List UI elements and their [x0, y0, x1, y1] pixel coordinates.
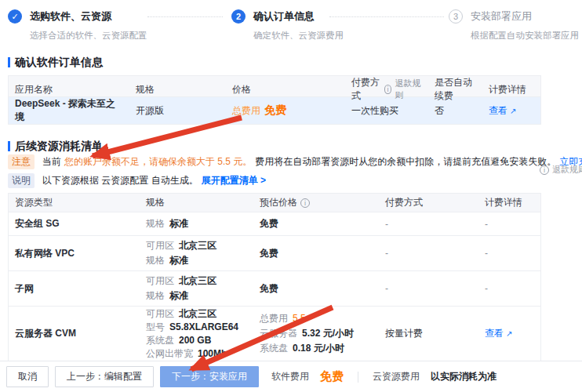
step-desc: 根据配置自动安装部署应用 — [471, 30, 579, 42]
resource-price: 免费 — [253, 271, 379, 306]
next-step-install-button[interactable]: 下一步：安装应用 — [160, 366, 259, 387]
step-3-badge: 3 — [449, 9, 463, 24]
table-header-row: 应用名称 规格 价格 付费方式 i 退款规则 是否自动续费 计费详情 — [9, 76, 540, 97]
notice-prefix: 当前 — [42, 155, 61, 169]
step-desc: 确定软件、云资源费用 — [253, 30, 344, 42]
software-order-title: 确认软件订单信息 — [8, 56, 103, 70]
resource-price: 免费 — [253, 212, 379, 235]
resource-pay: - — [379, 236, 478, 270]
spec-value: 标准 — [169, 255, 188, 267]
step-connector — [147, 16, 223, 17]
price-label: 云服务器 — [260, 328, 297, 339]
spec-label: 可用区 — [146, 275, 174, 287]
cloud-fee-value: 以实际消耗为准 — [431, 370, 497, 383]
step-install-deploy: 3 安装部署应用 根据配置自动安装部署应用 — [449, 9, 579, 42]
resource-row-subnet: 子网 可用区北京三区 规格标准 免费 - - — [9, 271, 540, 307]
spec-label: 可用区 — [146, 308, 174, 320]
resource-row-vpc: 私有网络 VPC 可用区北京三区 规格标准 免费 - - — [9, 236, 540, 271]
price-disk: 0.18 元/小时 — [293, 343, 344, 354]
resource-type: 私有网络 VPC — [9, 236, 140, 270]
price-label: 系统盘 — [260, 343, 288, 354]
col-spec: 规格 — [140, 194, 253, 212]
price-free: 免费 — [264, 103, 286, 118]
step-select-software: ✓ 选购软件、云资源 选择合适的软件、云资源配置 — [8, 9, 147, 42]
spec-value: 标准 — [169, 218, 188, 230]
divider — [358, 372, 358, 383]
app-billing-detail: 查看 ↗ — [482, 97, 540, 124]
software-fee-label: 软件费用 — [271, 370, 309, 383]
spec-label: 型号 — [146, 321, 165, 333]
step-2-badge: 2 — [231, 9, 246, 24]
note-text: 以下资源根据 云资源配置 自动生成。 — [42, 174, 198, 187]
price-total: 5.5 — [293, 313, 306, 325]
resource-detail: - — [478, 271, 540, 306]
step-title: 安装部署应用 — [471, 9, 579, 24]
expand-config-link[interactable]: 展开配置清单 > — [202, 174, 266, 187]
external-link-icon[interactable]: ↗ — [506, 329, 512, 338]
resource-pay: - — [379, 212, 478, 235]
spec-value: 北京三区 — [179, 275, 216, 287]
spec-label: 可用区 — [146, 240, 174, 252]
refund-rule-side-link[interactable]: i 退款规则 — [537, 164, 582, 176]
resource-row-security-group: 安全组 SG 规格标准 免费 - - — [9, 212, 540, 236]
price-cvm: 5.32 元/小时 — [302, 328, 354, 339]
external-link-icon[interactable]: ↗ — [510, 107, 516, 115]
step-title: 选购软件、云资源 — [30, 9, 147, 24]
step-texts: 安装部署应用 根据配置自动安装部署应用 — [471, 9, 579, 42]
spec-value: 北京三区 — [179, 240, 216, 252]
app-pay-mode: 一次性购买 — [345, 97, 428, 124]
resource-detail: - — [478, 236, 540, 270]
col-resource-type: 资源类型 — [9, 194, 140, 212]
notice-rest: 费用将在自动部署资源时从您的余额中扣除，请提前充值避免安装失败。 — [255, 155, 556, 169]
table-header-row: 资源类型 规格 预估价格 i 付费方式 计费详情 — [9, 194, 540, 212]
resource-type: 安全组 SG — [9, 212, 140, 235]
footer-action-bar: 取消 上一步：编辑配置 下一步：安装应用 软件费用 免费 云资源费用 以实际消耗… — [0, 361, 582, 392]
note-badge: 说明 — [8, 173, 35, 188]
resource-detail: 查看 ↗ — [478, 307, 540, 361]
resource-price: 总费用5.5 云服务器5.32 元/小时 系统盘0.18 元/小时 — [253, 307, 379, 361]
col-estimated-price: 预估价格 i — [253, 194, 379, 212]
check-icon: ✓ — [8, 9, 22, 24]
spec-value: 北京三区 — [179, 308, 216, 320]
step-connector — [329, 16, 444, 17]
cancel-button[interactable]: 取消 — [6, 366, 49, 387]
spec-label: 公网出带宽 — [146, 348, 193, 360]
spec-label: 系统盘 — [146, 335, 174, 347]
price-label: 总费用 — [260, 313, 288, 325]
app-name: DeepSeek - 探索未至之境 — [9, 97, 129, 124]
prev-step-button[interactable]: 上一步：编辑配置 — [55, 366, 154, 387]
spec-label: 规格 — [146, 290, 165, 302]
price-label: 总费用 — [232, 104, 260, 118]
balance-notice: 注意 当前 您的账户余额不足，请确保余额大于 5.5 元。 费用将在自动部署资源… — [8, 154, 582, 169]
resources-title: 后续资源消耗清单 — [8, 140, 103, 154]
app-price: 总费用 免费 — [226, 97, 345, 124]
spec-label: 规格 — [146, 255, 165, 267]
spec-value: S5.8XLARGE64 — [169, 321, 238, 333]
resource-detail: - — [478, 212, 540, 235]
spec-value: 标准 — [169, 290, 188, 302]
info-icon[interactable]: i — [300, 198, 310, 208]
view-billing-link[interactable]: 查看 — [489, 104, 507, 118]
price-header-label: 预估价格 — [260, 196, 297, 209]
resources-table: 资源类型 规格 预估价格 i 付费方式 计费详情 安全组 SG 规格标准 免费 … — [8, 193, 541, 361]
step-desc: 选择合适的软件、云资源配置 — [30, 30, 147, 42]
app-spec: 开源版 — [129, 97, 226, 124]
notice-warning: 您的账户余额不足，请确保余额大于 5.5 元。 — [64, 155, 252, 169]
spec-value: 100Mb — [198, 348, 227, 360]
step-texts: 选购软件、云资源 选择合适的软件、云资源配置 — [30, 9, 147, 42]
resource-type: 云服务器 CVM — [9, 307, 140, 361]
software-fee-value: 免费 — [320, 369, 344, 384]
col-pay-mode: 付费方式 — [379, 194, 478, 212]
resource-spec: 可用区北京三区 规格标准 — [140, 236, 253, 270]
auto-generate-note: 说明 以下资源根据 云资源配置 自动生成。 展开配置清单 > — [8, 173, 266, 188]
refund-rule-label[interactable]: 退款规则 — [552, 164, 582, 176]
step-texts: 确认订单信息 确定软件、云资源费用 — [253, 9, 344, 42]
spec-label: 规格 — [146, 218, 165, 230]
notice-badge: 注意 — [8, 154, 35, 169]
resource-pay: - — [379, 271, 478, 306]
resource-spec: 规格标准 — [140, 212, 253, 235]
view-billing-link[interactable]: 查看 — [485, 327, 504, 340]
cloud-fee-label: 云资源费用 — [373, 370, 420, 383]
info-icon[interactable]: i — [384, 85, 392, 94]
resource-spec: 可用区北京三区 型号S5.8XLARGE64 系统盘200 GB 公网出带宽10… — [140, 307, 253, 361]
